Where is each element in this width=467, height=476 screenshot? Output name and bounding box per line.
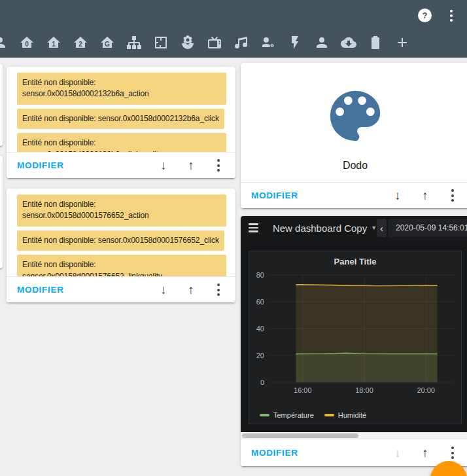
tab-home-floor-0-icon[interactable]: 0 [19,35,35,50]
edit-card-button[interactable]: MODIFIER [17,160,64,170]
edit-card-button[interactable]: MODIFIER [251,448,298,458]
help-icon[interactable]: ? [418,9,432,22]
tab-tv-icon[interactable] [207,35,222,50]
card-actions: MODIFIER ↓ ↑ [7,152,235,178]
tab-music-icon[interactable] [234,35,249,50]
svg-text:20: 20 [256,352,264,359]
overflow-menu-icon[interactable] [443,9,459,23]
move-card-down-button[interactable]: ↓ [390,445,406,461]
tab-flower-icon[interactable] [180,35,196,50]
menu-icon[interactable] [249,223,258,232]
horizontal-scrollbar [241,432,467,439]
legend-item[interactable]: Humidité [324,411,366,419]
svg-text:0: 0 [25,41,29,48]
palette-icon[interactable] [241,63,467,149]
tab-account-partial-icon[interactable] [0,35,8,50]
panel-title[interactable]: Panel Title [249,251,461,270]
collapse-timepicker-button[interactable]: ‹ [377,219,387,237]
svg-text:60: 60 [256,298,264,306]
chevron-down-icon[interactable]: ▼ [371,225,377,231]
svg-text:80: 80 [256,271,264,279]
tab-home-floor-g-icon[interactable]: G [99,35,115,50]
card-actions: MODIFIER ↓ ↑ [241,439,467,466]
move-card-down-button[interactable]: ↓ [156,282,171,298]
svg-text:18:00: 18:00 [355,386,373,394]
move-card-down-button[interactable]: ↓ [390,188,406,204]
tab-account-cog-icon[interactable] [260,35,276,50]
grafana-navbar: New dashboard Copy ▼ ‹ 2020-05-09 14:56:… [241,216,467,240]
card-unavailable-entities-1: Entité non disponible: sensor.0x00158d00… [7,67,235,178]
card-grafana: New dashboard Copy ▼ ‹ 2020-05-09 14:56:… [241,216,467,466]
card-options-button[interactable] [445,446,460,460]
tab-sitemap-icon[interactable] [126,35,142,50]
legend-color-chip [324,414,334,416]
tab-floor-plan-icon[interactable] [153,35,169,50]
card-dodo[interactable]: Dodo MODIFIER ↓ ↑ [241,63,467,208]
card-options-button[interactable] [211,158,226,173]
tab-home-floor-2-icon[interactable]: 2 [73,35,88,50]
svg-text:0: 0 [260,378,264,386]
svg-text:40: 40 [256,325,264,333]
move-card-up-button[interactable]: ↑ [417,188,433,204]
svg-text:16:00: 16:00 [294,386,312,394]
tab-flash-icon[interactable] [287,35,303,50]
edit-card-button[interactable]: MODIFIER [17,285,64,295]
card-partial-left-1 [0,64,3,146]
move-card-up-button[interactable]: ↑ [183,158,199,174]
warning-banner: Entité non disponible: sensor.0x00158d00… [17,194,226,227]
legend-label: Température [273,411,314,419]
svg-text:20:00: 20:00 [417,386,435,394]
app-header: ? 012G [0,0,467,58]
chart-legend: TempératureHumidité [260,411,366,419]
grafana-embed: New dashboard Copy ▼ ‹ 2020-05-09 14:56:… [241,216,467,432]
move-card-up-button[interactable]: ↑ [183,282,199,298]
card-options-button[interactable] [445,189,460,203]
move-card-up-button[interactable]: ↑ [417,445,433,461]
tab-cloud-download-icon[interactable] [341,35,356,50]
card-options-button[interactable] [211,283,226,297]
svg-text:1: 1 [52,41,56,48]
time-range-button[interactable]: 2020-05-09 14:56:01 [389,219,467,237]
svg-text:2: 2 [78,41,82,48]
legend-label: Humidité [338,411,366,419]
tab-plus-icon[interactable] [394,35,410,50]
legend-item[interactable]: Température [260,411,314,419]
card-actions: MODIFIER ↓ ↑ [241,182,467,208]
timeseries-chart: 02040608016:0018:0020:00 [249,270,461,401]
grafana-panel: Panel Title 02040608016:0018:0020:00 Tem… [249,251,462,424]
card-unavailable-entities-2: Entité non disponible: sensor.0x00158d00… [7,189,235,302]
svg-text:G: G [105,41,110,48]
move-card-down-button[interactable]: ↓ [156,158,171,174]
tab-account-icon[interactable] [314,35,330,50]
tab-battery-icon[interactable] [368,35,383,50]
view-tab-bar: 012G [0,35,410,50]
card-actions: MODIFIER ↓ ↑ [7,276,235,302]
time-range-label: 2020-05-09 14:56:01 [396,223,467,232]
edit-card-button[interactable]: MODIFIER [251,191,298,200]
dashboard-title[interactable]: New dashboard Copy [273,223,367,234]
card-title: Dodo [241,160,467,172]
scrollbar-thumb[interactable] [242,433,358,438]
warning-banner: Entité non disponible: sensor.0x00158d00… [17,73,226,105]
card-partial-left-2 [0,156,3,268]
warning-banner: Entité non disponible: sensor.0x00158d00… [17,230,224,251]
legend-color-chip [260,414,269,416]
warning-banner: Entité non disponible: sensor.0x00158d00… [17,109,224,129]
tab-home-floor-1-icon[interactable]: 1 [46,35,61,50]
